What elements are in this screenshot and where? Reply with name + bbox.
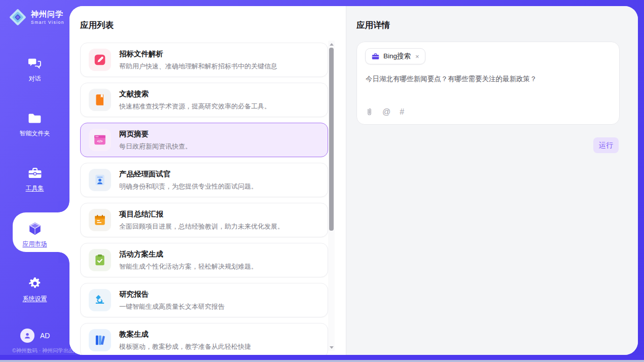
chip-close-icon[interactable]: × [414, 53, 419, 60]
bottom-bar [0, 355, 644, 362]
person-icon [23, 332, 31, 340]
sidebar-item-label: 系统设置 [0, 295, 69, 303]
app-card-research-report[interactable]: 研究报告 一键智能生成高质量长文本研究报告 [80, 283, 328, 317]
app-card-title: 研究报告 [119, 289, 225, 299]
app-card-project-summary[interactable]: 项目总结汇报 全面回顾项目进展，总结经验教训，助力未来优化发展。 [80, 203, 328, 237]
bubble-fillet-top [58, 201, 69, 212]
briefcase-icon [371, 52, 380, 61]
svg-text:</>: </> [97, 139, 103, 143]
app-card-title: 招标文件解析 [119, 49, 277, 59]
scrollbar-thumb[interactable] [329, 48, 334, 231]
list-scrollbar[interactable] [328, 41, 335, 351]
chat-icon [0, 56, 69, 71]
app-card-event-plan[interactable]: 活动方案生成 智能生成个性化活动方案，轻松解决规划难题。 [80, 243, 328, 277]
sidebar-item-app-market[interactable]: 应用市场 [0, 221, 69, 248]
sidebar-item-label: 应用市场 [0, 240, 69, 248]
app-card-title: 教案生成 [119, 330, 251, 339]
app-card-desc: 每日政府新闻资讯快查。 [119, 142, 192, 151]
mention-icon[interactable]: @ [382, 107, 390, 117]
bubble-fillet-bottom [58, 252, 69, 263]
triangle-down-icon [330, 346, 334, 349]
app-card-literature-search[interactable]: 文献搜索 快速精准查找学术资源，提高研究效率的必备工具。 [80, 83, 328, 117]
sidebar-item-settings[interactable]: 系统设置 [0, 276, 69, 303]
sidebar-item-smart-folder[interactable]: 智能文件夹 [0, 111, 69, 138]
hashtag-icon[interactable]: # [400, 107, 404, 117]
calendar-icon [89, 209, 111, 231]
app-card-desc: 一键智能生成高质量长文本研究报告 [119, 302, 225, 311]
sidebar-item-toolset[interactable]: 工具集 [0, 165, 69, 193]
app-list-title: 应用列表 [80, 20, 114, 31]
tool-chip-bing-search[interactable]: Bing搜索 × [365, 48, 425, 64]
toolbox-icon [0, 165, 69, 180]
clipboard-check-icon [89, 249, 111, 271]
avatar [20, 329, 34, 343]
app-card-desc: 模板驱动，教案秒成，教学准备从此轻松快捷 [119, 342, 251, 351]
gear-icon [0, 276, 69, 291]
app-card-desc: 帮助用户快速、准确地理解和解析招标书中的关键信息 [119, 62, 277, 71]
paperclip-icon[interactable] [366, 107, 373, 117]
copyright-text: ©神州数码 · 神州问学出品 [12, 347, 74, 354]
prompt-input[interactable]: 今日湖北有哪些新闻要点？有哪些需要关注的最新政策？ [366, 74, 611, 84]
prompt-compose-card[interactable]: Bing搜索 × 今日湖北有哪些新闻要点？有哪些需要关注的最新政策？ @ # [356, 42, 620, 125]
app-card-pm-interviewer[interactable]: 产品经理面试官 明确身份和职责，为您提供专业性的面试问题。 [80, 163, 328, 197]
compose-toolbar: @ # [366, 107, 404, 117]
app-card-list: 招标文件解析 帮助用户快速、准确地理解和解析招标书中的关键信息 文献搜索 快速精… [80, 43, 328, 355]
user-account[interactable]: AD [20, 329, 50, 343]
user-initials: AD [40, 332, 50, 340]
triangle-up-icon [330, 43, 334, 46]
sidebar-item-label: 对话 [0, 75, 69, 83]
sidebar-item-label: 智能文件夹 [0, 129, 69, 138]
scroll-down-button[interactable] [328, 344, 335, 351]
run-button[interactable]: 运行 [593, 137, 619, 153]
books-icon [89, 329, 111, 351]
diamond-logo-icon [8, 8, 27, 27]
app-card-desc: 全面回顾项目进展，总结经验教训，助力未来优化发展。 [119, 222, 284, 231]
app-card-title: 项目总结汇报 [119, 209, 284, 219]
app-card-title: 网页摘要 [119, 129, 192, 139]
tender-edit-icon [89, 49, 111, 71]
app-card-webpage-summary[interactable]: </> 网页摘要 每日政府新闻资讯快查。 [80, 123, 328, 157]
app-detail-panel: 应用详情 Bing搜索 × 今日湖北有哪些新闻要点？有哪些需要关注的最新政策？ … [346, 6, 638, 355]
scroll-up-button[interactable] [328, 41, 335, 48]
app-card-tender-parse[interactable]: 招标文件解析 帮助用户快速、准确地理解和解析招标书中的关键信息 [80, 43, 328, 77]
sidebar-item-chat[interactable]: 对话 [0, 56, 69, 83]
tool-chip-label: Bing搜索 [383, 52, 411, 61]
microscope-icon [89, 289, 111, 311]
app-card-desc: 智能生成个性化活动方案，轻松解决规划难题。 [119, 262, 258, 271]
brand-logo: 神州问学 Smart Vision [8, 8, 64, 27]
main-content: 应用列表 招标文件解析 帮助用户快速、准确地理解和解析招标书中的关键信息 [69, 6, 638, 355]
sidebar: 神州问学 Smart Vision 对话 智能文件夹 [0, 0, 69, 355]
brand-name: 神州问学 [31, 10, 64, 19]
bottom-edge [0, 360, 644, 362]
app-card-title: 产品经理面试官 [119, 169, 258, 179]
app-card-title: 文献搜索 [119, 89, 271, 99]
app-list-panel: 应用列表 招标文件解析 帮助用户快速、准确地理解和解析招标书中的关键信息 [69, 6, 346, 355]
app-card-title: 活动方案生成 [119, 249, 258, 259]
cube-icon [0, 221, 69, 236]
app-card-desc: 明确身份和职责，为您提供专业性的面试问题。 [119, 182, 258, 191]
webpage-code-icon: </> [89, 129, 111, 151]
sidebar-item-label: 工具集 [0, 184, 69, 193]
interviewer-doc-icon [89, 169, 111, 191]
app-card-lesson-plan[interactable]: 教案生成 模板驱动，教案秒成，教学准备从此轻松快捷 [80, 323, 328, 355]
app-detail-title: 应用详情 [356, 20, 390, 31]
folder-icon [0, 111, 69, 126]
book-icon [89, 89, 111, 111]
brand-subtitle: Smart Vision [31, 20, 64, 25]
app-card-desc: 快速精准查找学术资源，提高研究效率的必备工具。 [119, 102, 271, 111]
